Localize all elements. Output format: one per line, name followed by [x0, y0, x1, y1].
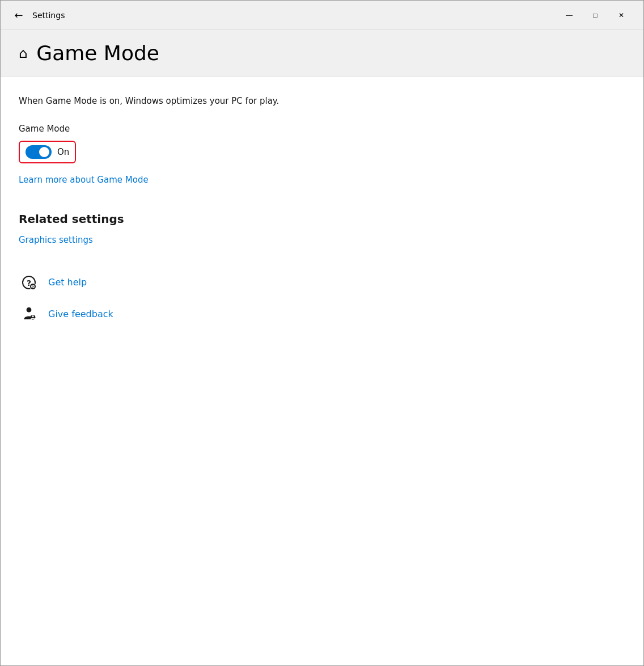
help-section: ? ? Get help — [19, 272, 625, 324]
window-controls: — □ ✕ — [556, 6, 634, 24]
game-mode-toggle[interactable] — [26, 145, 52, 159]
toggle-state-label: On — [57, 147, 69, 157]
page-title: Game Mode — [36, 41, 159, 65]
get-help-link[interactable]: Get help — [48, 277, 87, 288]
svg-point-6 — [27, 307, 32, 312]
give-feedback-link[interactable]: Give feedback — [48, 309, 113, 319]
content-area: When Game Mode is on, Windows optimizes … — [1, 77, 643, 665]
back-button[interactable]: ← — [10, 6, 28, 24]
toggle-knob — [39, 147, 49, 157]
svg-point-8 — [32, 315, 34, 317]
settings-window: ← Settings — □ ✕ ⌂ Game Mode When Game M… — [0, 0, 644, 666]
give-feedback-item[interactable]: Give feedback — [19, 304, 625, 324]
get-help-icon: ? ? — [19, 272, 39, 293]
description-text: When Game Mode is on, Windows optimizes … — [19, 95, 625, 108]
give-feedback-icon — [19, 304, 39, 324]
graphics-settings-link[interactable]: Graphics settings — [19, 235, 625, 245]
title-bar: ← Settings — □ ✕ — [1, 1, 643, 30]
svg-text:?: ? — [32, 285, 34, 289]
get-help-item[interactable]: ? ? Get help — [19, 272, 625, 293]
related-settings-heading: Related settings — [19, 212, 625, 226]
toggle-highlight: On — [19, 141, 76, 163]
learn-more-link[interactable]: Learn more about Game Mode — [19, 175, 625, 185]
minimize-button[interactable]: — — [556, 6, 582, 24]
maximize-button[interactable]: □ — [582, 6, 608, 24]
window-title: Settings — [32, 11, 556, 20]
page-header: ⌂ Game Mode — [1, 30, 643, 77]
close-button[interactable]: ✕ — [608, 6, 634, 24]
toggle-section-label: Game Mode — [19, 124, 625, 134]
home-icon: ⌂ — [19, 45, 27, 61]
game-mode-toggle-row: On — [19, 141, 625, 163]
